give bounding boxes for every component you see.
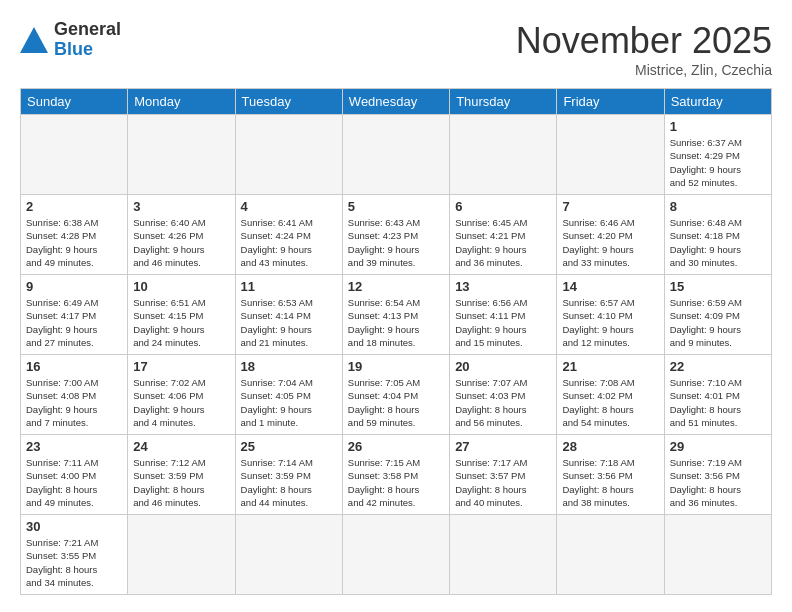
day-info: Sunrise: 6:38 AM Sunset: 4:28 PM Dayligh… [26,216,122,269]
calendar-cell [128,115,235,195]
day-number: 13 [455,279,551,294]
calendar-week-row: 30Sunrise: 7:21 AM Sunset: 3:55 PM Dayli… [21,515,772,595]
weekday-header-thursday: Thursday [450,89,557,115]
day-info: Sunrise: 7:08 AM Sunset: 4:02 PM Dayligh… [562,376,658,429]
day-info: Sunrise: 6:59 AM Sunset: 4:09 PM Dayligh… [670,296,766,349]
day-number: 6 [455,199,551,214]
day-info: Sunrise: 7:17 AM Sunset: 3:57 PM Dayligh… [455,456,551,509]
calendar-cell [342,115,449,195]
day-number: 25 [241,439,337,454]
calendar-container: General Blue November 2025 Mistrice, Zli… [0,0,792,612]
calendar-cell: 21Sunrise: 7:08 AM Sunset: 4:02 PM Dayli… [557,355,664,435]
day-info: Sunrise: 6:41 AM Sunset: 4:24 PM Dayligh… [241,216,337,269]
calendar-cell: 12Sunrise: 6:54 AM Sunset: 4:13 PM Dayli… [342,275,449,355]
logo-text: General Blue [54,20,121,60]
day-info: Sunrise: 6:43 AM Sunset: 4:23 PM Dayligh… [348,216,444,269]
calendar-cell: 7Sunrise: 6:46 AM Sunset: 4:20 PM Daylig… [557,195,664,275]
day-info: Sunrise: 6:51 AM Sunset: 4:15 PM Dayligh… [133,296,229,349]
calendar-cell [450,515,557,595]
calendar-cell [557,515,664,595]
calendar-cell: 24Sunrise: 7:12 AM Sunset: 3:59 PM Dayli… [128,435,235,515]
day-number: 26 [348,439,444,454]
day-info: Sunrise: 6:37 AM Sunset: 4:29 PM Dayligh… [670,136,766,189]
day-number: 24 [133,439,229,454]
calendar-cell: 25Sunrise: 7:14 AM Sunset: 3:59 PM Dayli… [235,435,342,515]
weekday-header-tuesday: Tuesday [235,89,342,115]
day-number: 1 [670,119,766,134]
day-number: 20 [455,359,551,374]
calendar-cell: 18Sunrise: 7:04 AM Sunset: 4:05 PM Dayli… [235,355,342,435]
calendar-cell: 16Sunrise: 7:00 AM Sunset: 4:08 PM Dayli… [21,355,128,435]
calendar-cell [664,515,771,595]
calendar-header: General Blue November 2025 Mistrice, Zli… [20,20,772,78]
title-block: November 2025 Mistrice, Zlin, Czechia [516,20,772,78]
calendar-cell: 13Sunrise: 6:56 AM Sunset: 4:11 PM Dayli… [450,275,557,355]
weekday-header-friday: Friday [557,89,664,115]
calendar-cell [450,115,557,195]
weekday-header-sunday: Sunday [21,89,128,115]
calendar-cell: 29Sunrise: 7:19 AM Sunset: 3:56 PM Dayli… [664,435,771,515]
day-number: 11 [241,279,337,294]
day-info: Sunrise: 6:57 AM Sunset: 4:10 PM Dayligh… [562,296,658,349]
day-number: 29 [670,439,766,454]
day-number: 30 [26,519,122,534]
day-info: Sunrise: 6:54 AM Sunset: 4:13 PM Dayligh… [348,296,444,349]
calendar-cell [235,115,342,195]
calendar-cell [342,515,449,595]
day-info: Sunrise: 6:56 AM Sunset: 4:11 PM Dayligh… [455,296,551,349]
day-number: 8 [670,199,766,214]
calendar-cell: 28Sunrise: 7:18 AM Sunset: 3:56 PM Dayli… [557,435,664,515]
day-info: Sunrise: 6:48 AM Sunset: 4:18 PM Dayligh… [670,216,766,269]
logo: General Blue [20,20,121,60]
day-number: 4 [241,199,337,214]
calendar-cell: 15Sunrise: 6:59 AM Sunset: 4:09 PM Dayli… [664,275,771,355]
day-number: 17 [133,359,229,374]
day-number: 28 [562,439,658,454]
day-info: Sunrise: 7:12 AM Sunset: 3:59 PM Dayligh… [133,456,229,509]
weekday-header-row: SundayMondayTuesdayWednesdayThursdayFrid… [21,89,772,115]
weekday-header-saturday: Saturday [664,89,771,115]
calendar-week-row: 16Sunrise: 7:00 AM Sunset: 4:08 PM Dayli… [21,355,772,435]
calendar-cell: 6Sunrise: 6:45 AM Sunset: 4:21 PM Daylig… [450,195,557,275]
day-number: 15 [670,279,766,294]
day-number: 23 [26,439,122,454]
day-info: Sunrise: 6:49 AM Sunset: 4:17 PM Dayligh… [26,296,122,349]
calendar-cell: 22Sunrise: 7:10 AM Sunset: 4:01 PM Dayli… [664,355,771,435]
day-info: Sunrise: 7:21 AM Sunset: 3:55 PM Dayligh… [26,536,122,589]
logo-blue: Blue [54,40,121,60]
day-number: 19 [348,359,444,374]
logo-general: General [54,20,121,40]
day-info: Sunrise: 6:46 AM Sunset: 4:20 PM Dayligh… [562,216,658,269]
calendar-cell: 9Sunrise: 6:49 AM Sunset: 4:17 PM Daylig… [21,275,128,355]
calendar-cell: 1Sunrise: 6:37 AM Sunset: 4:29 PM Daylig… [664,115,771,195]
logo-triangle-icon [20,27,48,53]
day-number: 9 [26,279,122,294]
day-info: Sunrise: 7:18 AM Sunset: 3:56 PM Dayligh… [562,456,658,509]
weekday-header-monday: Monday [128,89,235,115]
day-info: Sunrise: 7:00 AM Sunset: 4:08 PM Dayligh… [26,376,122,429]
day-number: 21 [562,359,658,374]
calendar-cell: 2Sunrise: 6:38 AM Sunset: 4:28 PM Daylig… [21,195,128,275]
day-info: Sunrise: 7:04 AM Sunset: 4:05 PM Dayligh… [241,376,337,429]
calendar-week-row: 23Sunrise: 7:11 AM Sunset: 4:00 PM Dayli… [21,435,772,515]
calendar-cell [235,515,342,595]
day-number: 5 [348,199,444,214]
day-info: Sunrise: 6:45 AM Sunset: 4:21 PM Dayligh… [455,216,551,269]
day-info: Sunrise: 7:19 AM Sunset: 3:56 PM Dayligh… [670,456,766,509]
calendar-cell: 11Sunrise: 6:53 AM Sunset: 4:14 PM Dayli… [235,275,342,355]
calendar-table: SundayMondayTuesdayWednesdayThursdayFrid… [20,88,772,595]
day-number: 18 [241,359,337,374]
calendar-cell: 17Sunrise: 7:02 AM Sunset: 4:06 PM Dayli… [128,355,235,435]
day-number: 7 [562,199,658,214]
calendar-cell [128,515,235,595]
calendar-week-row: 1Sunrise: 6:37 AM Sunset: 4:29 PM Daylig… [21,115,772,195]
day-number: 3 [133,199,229,214]
calendar-cell [557,115,664,195]
day-info: Sunrise: 7:11 AM Sunset: 4:00 PM Dayligh… [26,456,122,509]
calendar-cell: 10Sunrise: 6:51 AM Sunset: 4:15 PM Dayli… [128,275,235,355]
calendar-cell: 23Sunrise: 7:11 AM Sunset: 4:00 PM Dayli… [21,435,128,515]
calendar-week-row: 2Sunrise: 6:38 AM Sunset: 4:28 PM Daylig… [21,195,772,275]
day-info: Sunrise: 7:02 AM Sunset: 4:06 PM Dayligh… [133,376,229,429]
day-info: Sunrise: 7:10 AM Sunset: 4:01 PM Dayligh… [670,376,766,429]
day-info: Sunrise: 7:07 AM Sunset: 4:03 PM Dayligh… [455,376,551,429]
